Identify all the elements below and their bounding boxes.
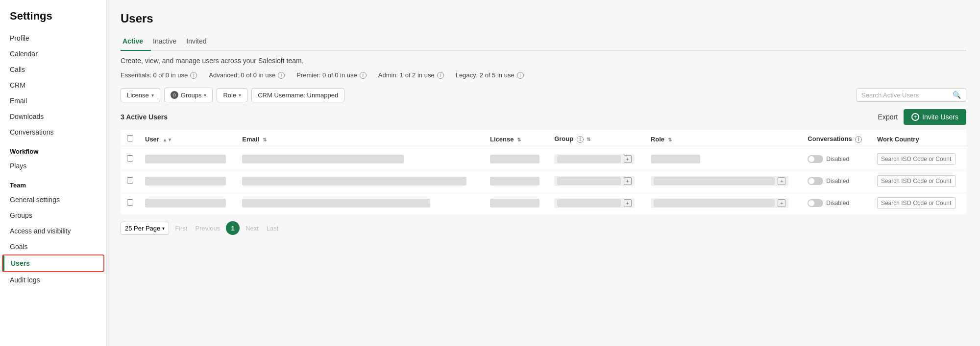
row-1-email: ████████████████████ <box>236 148 484 170</box>
row-1-license: ██████ <box>484 148 548 170</box>
row-checkbox-cell-1 <box>121 148 140 170</box>
role-chevron-icon: ▾ <box>239 92 241 98</box>
row-3-user: ██████████ <box>139 192 236 214</box>
row-3-group: ███████ + <box>548 192 645 214</box>
select-all-header <box>121 130 140 148</box>
row-1-checkbox[interactable] <box>127 155 133 161</box>
row-2-country-input[interactable] <box>877 175 956 187</box>
sidebar-item-users[interactable]: Users <box>2 254 104 272</box>
table-header-row: User ▲▼ Email ⇅ License ⇅ Group i ⇅ Ro <box>121 130 966 148</box>
col-header-group[interactable]: Group i ⇅ <box>548 130 645 148</box>
groups-user-icon: ⊙ <box>171 91 178 99</box>
conversations-info-icon[interactable]: i <box>855 136 862 143</box>
row-3-group-plus-icon[interactable]: + <box>624 199 632 207</box>
row-2-role-plus-icon[interactable]: + <box>778 177 785 185</box>
col-header-license[interactable]: License ⇅ <box>484 130 548 148</box>
license-admin: Admin: 1 of 2 in use i <box>378 71 444 79</box>
sidebar: Settings Profile Calendar Calls CRM Emai… <box>0 0 107 346</box>
license-bar: Essentials: 0 of 0 in use i Advanced: 0 … <box>121 71 966 79</box>
row-2-checkbox[interactable] <box>127 177 133 184</box>
pagination-last[interactable]: Last <box>265 224 281 233</box>
sidebar-item-audit-logs[interactable]: Audit logs <box>0 272 106 288</box>
sidebar-item-downloads[interactable]: Downloads <box>0 109 106 124</box>
row-3-conversations-toggle[interactable] <box>808 199 823 207</box>
row-3-role-plus-icon[interactable]: + <box>778 199 785 207</box>
row-3-email: ████████████████████████ <box>236 192 484 214</box>
row-2-group-plus-icon[interactable]: + <box>624 177 632 185</box>
sidebar-item-profile[interactable]: Profile <box>0 30 106 46</box>
col-header-user[interactable]: User ▲▼ <box>139 130 236 148</box>
row-2-work-country <box>871 170 966 192</box>
table-row: ██████████ ████████████████████████████ … <box>121 170 966 192</box>
license-sort-icon: ⇅ <box>517 137 521 142</box>
license-filter-button[interactable]: License ▾ <box>121 88 160 102</box>
tab-invited[interactable]: Invited <box>184 33 214 51</box>
role-sort-icon: ⇅ <box>668 137 672 142</box>
sidebar-section-team: Team <box>0 174 106 192</box>
legacy-info-icon[interactable]: i <box>517 72 524 79</box>
sidebar-item-conversations[interactable]: Conversations <box>0 124 106 140</box>
row-1-conversations: Disabled <box>802 148 871 170</box>
tab-active[interactable]: Active <box>121 33 151 51</box>
row-checkbox-cell-3 <box>121 192 140 214</box>
page-subtitle: Create, view, and manage users across yo… <box>121 57 966 65</box>
page-title: Users <box>121 12 966 25</box>
row-2-conversations-toggle[interactable] <box>808 177 823 185</box>
row-1-work-country <box>871 148 966 170</box>
pagination-previous[interactable]: Previous <box>194 224 222 233</box>
row-1-user: ██████████ <box>139 148 236 170</box>
invite-users-button[interactable]: + Invite Users <box>904 109 966 125</box>
select-all-checkbox[interactable] <box>127 135 133 141</box>
filter-bar: License ▾ ⊙ Groups ▾ Role ▾ CRM Username… <box>121 88 966 102</box>
sidebar-item-calendar[interactable]: Calendar <box>0 46 106 62</box>
essentials-info-icon[interactable]: i <box>190 72 197 79</box>
groups-filter-button[interactable]: ⊙ Groups ▾ <box>164 88 213 102</box>
row-3-country-input[interactable] <box>877 197 956 209</box>
sidebar-item-access-and-visibility[interactable]: Access and visibility <box>0 223 106 239</box>
license-advanced: Advanced: 0 of 0 in use i <box>209 71 285 79</box>
group-info-icon[interactable]: i <box>577 136 584 143</box>
admin-info-icon[interactable]: i <box>437 72 444 79</box>
sidebar-item-calls[interactable]: Calls <box>0 62 106 77</box>
row-1-group-plus-icon[interactable]: + <box>624 155 632 163</box>
col-header-role[interactable]: Role ⇅ <box>645 130 802 148</box>
row-3-role: ███████████████ + <box>645 192 802 214</box>
col-header-work-country: Work Country <box>871 130 966 148</box>
tab-inactive[interactable]: Inactive <box>151 33 184 51</box>
search-icon: 🔍 <box>953 91 961 99</box>
export-button[interactable]: Export <box>878 113 898 121</box>
main-content: Users Active Inactive Invited Create, vi… <box>107 0 980 346</box>
search-active-users-input[interactable] <box>861 92 950 99</box>
table-row: ██████████ ████████████████████████ ████… <box>121 192 966 214</box>
per-page-chevron-icon: ▾ <box>162 226 165 231</box>
role-filter-button[interactable]: Role ▾ <box>217 88 247 102</box>
pagination-current-page[interactable]: 1 <box>226 221 240 235</box>
row-1-role: ██████ <box>645 148 802 170</box>
sidebar-item-email[interactable]: Email <box>0 93 106 109</box>
sidebar-item-groups[interactable]: Groups <box>0 208 106 223</box>
row-3-license: ██████ <box>484 192 548 214</box>
pagination-first[interactable]: First <box>173 224 189 233</box>
pagination: 25 Per Page ▾ First Previous 1 Next Last <box>121 221 966 235</box>
row-3-checkbox[interactable] <box>127 199 133 206</box>
crm-filter-button[interactable]: CRM Username: Unmapped <box>251 88 344 102</box>
col-header-conversations[interactable]: Conversations i <box>802 130 871 148</box>
groups-chevron-icon: ▾ <box>204 92 206 98</box>
sidebar-item-crm[interactable]: CRM <box>0 77 106 93</box>
group-sort-icon: ⇅ <box>587 137 590 142</box>
sidebar-item-general-settings[interactable]: General settings <box>0 192 106 208</box>
per-page-selector[interactable]: 25 Per Page ▾ <box>121 222 169 235</box>
license-premier: Premier: 0 of 0 in use i <box>296 71 367 79</box>
premier-info-icon[interactable]: i <box>360 72 367 79</box>
sidebar-item-plays[interactable]: Plays <box>0 158 106 174</box>
advanced-info-icon[interactable]: i <box>278 72 285 79</box>
pagination-next[interactable]: Next <box>244 224 261 233</box>
col-header-email[interactable]: Email ⇅ <box>236 130 484 148</box>
users-tabs: Active Inactive Invited <box>121 33 966 51</box>
row-1-country-input[interactable] <box>877 153 956 165</box>
row-1-conversations-toggle[interactable] <box>808 155 823 163</box>
license-legacy: Legacy: 2 of 5 in use i <box>456 71 524 79</box>
action-buttons: Export + Invite Users <box>878 109 966 125</box>
sidebar-item-goals[interactable]: Goals <box>0 239 106 254</box>
row-1-group: ███████ + <box>548 148 645 170</box>
